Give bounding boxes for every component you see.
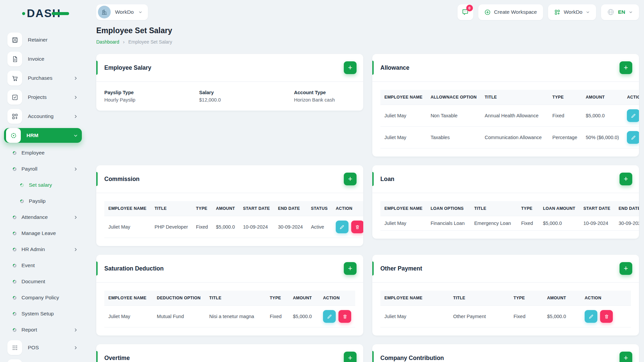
edit-button[interactable] [627, 109, 639, 122]
sidebar-item-retainer[interactable]: Retainer [7, 33, 82, 47]
delete-button[interactable] [338, 310, 351, 323]
sidebar-item-label: Payslip [29, 198, 46, 204]
column-header: START DATE [239, 201, 274, 216]
workdo-apps-button[interactable]: WorkDo [548, 4, 596, 20]
sidebar-item-company-policy[interactable]: Company Policy [7, 292, 82, 303]
table-cell: Annual Health Allowance [481, 105, 548, 127]
add-other-payment-button[interactable]: + [620, 262, 632, 275]
card-body: EMPLOYEE NAMEDEDUCTION OPTIONTITLETYPEAM… [96, 283, 363, 336]
language-selector[interactable]: EN [601, 4, 639, 20]
sidebar-item-employee[interactable]: Employee [7, 147, 82, 159]
table-cell: $5,000.0 [582, 105, 623, 127]
purchases-icon [7, 71, 22, 85]
column-header: TITLE [205, 291, 266, 306]
table-cell: Juliet May [380, 216, 427, 231]
sidebar-item-label: Company Policy [21, 295, 59, 301]
sidebar-item-document[interactable]: Document [7, 276, 82, 287]
card-header: Employee Salary + [96, 54, 363, 81]
edit-button[interactable] [627, 131, 639, 144]
sidebar-item-projects[interactable]: Projects [7, 90, 82, 105]
add-company-contribution-button[interactable]: + [620, 352, 632, 362]
delete-button[interactable] [351, 221, 363, 233]
sidebar-item-label: Retainer [28, 37, 48, 43]
app-root: DASH RetainerInvoicePurchasesProjectsAcc… [0, 0, 644, 362]
column-header: EMPLOYEE NAME [104, 201, 151, 216]
sidebar-item-payslip[interactable]: Payslip [7, 195, 82, 207]
table-cell: 50% ($6,000.0) [582, 127, 623, 148]
messages-button[interactable]: 0 [458, 4, 473, 20]
table-cell: Mutual Fund [153, 306, 205, 327]
add-commission-button[interactable]: + [344, 173, 357, 185]
delete-button[interactable] [600, 310, 613, 323]
add-allowance-button[interactable]: + [620, 61, 632, 74]
logo-dash-icon [52, 12, 69, 15]
chevron-right-icon [73, 95, 78, 100]
sidebar-item-set-salary[interactable]: Set salary [7, 179, 82, 191]
sidebar-item-label: HRM [26, 132, 38, 138]
card-title: Saturation Deduction [104, 265, 164, 272]
pos-icon [7, 340, 22, 355]
chevron-right-icon [73, 114, 78, 119]
overtime-card: Overtime + [96, 344, 363, 362]
add-saturation-deduction-button[interactable]: + [344, 262, 357, 275]
main-content: Employee Set Salary Dashboard › Employee… [96, 26, 639, 362]
other-payment-table: EMPLOYEE NAMETITLETYPEAMOUNTACTIONJuliet… [380, 291, 631, 327]
card-header: Loan + [372, 165, 639, 193]
card-header: Saturation Deduction + [96, 255, 363, 282]
sidebar-item-system-setup[interactable]: System Setup [7, 308, 82, 319]
table-cell: $5,000.0 [289, 306, 319, 327]
field-value: $12,000.0 [199, 97, 294, 103]
table-cell: $5,000.0 [212, 216, 239, 238]
column-header: AMOUNT [582, 90, 623, 105]
edit-button[interactable] [323, 310, 336, 323]
sidebar-item-attendance[interactable]: Attendance [7, 212, 82, 223]
table-cell: Juliet May [380, 127, 427, 148]
sidebar-item-hr-admin[interactable]: HR Admin [7, 244, 82, 255]
projects-icon [7, 90, 22, 105]
sidebar-item-accounting[interactable]: Accounting [7, 109, 82, 124]
table-row: Juliet MayMutual FundNisi a tenetur magn… [104, 306, 355, 327]
card-title: Loan [380, 176, 394, 183]
card-body: EMPLOYEE NAMELOAN OPTIONSTITLETYPELOAN A… [372, 193, 639, 239]
sidebar-item-manage-leave[interactable]: Manage Leave [7, 228, 82, 239]
building-icon [101, 9, 108, 15]
action-cell [623, 105, 639, 127]
sidebar-item-invoice[interactable]: Invoice [7, 52, 82, 66]
table-cell: 10-09-2024 [579, 216, 614, 231]
action-cell [623, 127, 639, 148]
column-header: AMOUNT [212, 201, 239, 216]
sidebar-item-event[interactable]: Event [7, 260, 82, 271]
invoice-icon [7, 52, 22, 66]
create-workspace-button[interactable]: Create Workspace [478, 4, 543, 20]
edit-button[interactable] [336, 221, 348, 233]
field-label: Account Type [294, 90, 355, 95]
column-header: LOAN AMOUNT [539, 201, 580, 216]
app-logo[interactable]: DASH [27, 7, 61, 21]
plus-icon: + [348, 64, 353, 71]
workspace-avatar [98, 6, 111, 18]
sidebar-item-label: System Setup [21, 311, 54, 317]
sidebar-item-payroll[interactable]: Payroll [7, 163, 82, 175]
card-header: Overtime + [96, 344, 363, 362]
field-label: Salary [199, 90, 294, 95]
table-cell: Communication Allowance [481, 127, 548, 148]
workspace-selector[interactable]: WorkDo [96, 4, 148, 20]
column-header: EMPLOYEE NAME [380, 291, 449, 306]
sidebar-item-crm[interactable]: CRM [7, 359, 82, 362]
sidebar-item-label: HR Admin [21, 246, 45, 252]
sidebar-item-pos[interactable]: POS [7, 340, 82, 355]
allowance-card: Allowance + EMPLOYEE NAMEALLOWNACE OPTIO… [372, 54, 639, 157]
sidebar-item-hrm[interactable]: HRM [4, 128, 82, 143]
add-overtime-button[interactable]: + [344, 352, 357, 362]
salary-field: Salary $12,000.0 [199, 90, 294, 103]
plus-circle-icon [484, 9, 491, 15]
add-employee-salary-button[interactable]: + [344, 61, 357, 74]
chevron-right-icon [73, 247, 78, 252]
breadcrumb-dashboard-link[interactable]: Dashboard [96, 39, 119, 45]
sidebar-item-report[interactable]: Report [7, 324, 82, 336]
bullet-icon [12, 311, 17, 316]
plus-icon: + [348, 265, 353, 272]
sidebar-item-purchases[interactable]: Purchases [7, 71, 82, 85]
edit-button[interactable] [585, 310, 597, 323]
add-loan-button[interactable]: + [620, 173, 632, 185]
